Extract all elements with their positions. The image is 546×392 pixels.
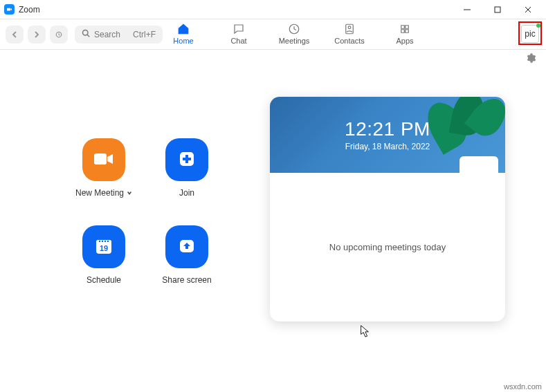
clock-banner: 12:21 PM Friday, 18 March, 2022	[270, 97, 505, 173]
minimize-button[interactable]	[452, 0, 482, 19]
upcoming-body: No upcoming meetings today	[270, 173, 505, 321]
zoom-app-icon	[4, 4, 15, 15]
maximize-button[interactable]	[482, 0, 513, 19]
join-action[interactable]: Join	[145, 138, 228, 198]
chevron-down-icon[interactable]	[127, 188, 132, 198]
svg-point-18	[104, 240, 106, 241]
main-content: New Meeting Join	[0, 69, 546, 378]
clock-date: Friday, 18 March, 2022	[345, 142, 430, 151]
history-button[interactable]	[50, 26, 68, 44]
search-input[interactable]: Search Ctrl+F	[75, 26, 163, 44]
apps-icon	[397, 22, 412, 36]
tab-label: Apps	[396, 37, 413, 45]
video-icon	[93, 151, 114, 169]
clock-time: 12:21 PM	[345, 118, 430, 140]
action-label: Schedule	[87, 275, 121, 285]
settings-button[interactable]	[525, 53, 536, 66]
window-controls	[452, 0, 543, 19]
svg-point-19	[107, 240, 109, 241]
svg-point-16	[99, 240, 100, 241]
window-title: Zoom	[19, 5, 40, 15]
action-label: New Meeting	[75, 188, 124, 198]
svg-line-6	[87, 35, 89, 37]
chat-icon	[231, 22, 246, 36]
close-button[interactable]	[513, 0, 543, 19]
calendar-icon: 19	[93, 235, 115, 259]
tab-label: Contacts	[334, 37, 364, 45]
nav-forward-button[interactable]	[28, 26, 46, 44]
search-icon	[82, 29, 90, 39]
plus-icon	[176, 149, 197, 171]
profile-highlight: pic	[518, 21, 542, 45]
share-screen-tile	[165, 225, 208, 268]
svg-rect-10	[94, 153, 107, 165]
schedule-action[interactable]: 19 Schedule	[62, 225, 145, 285]
empty-meetings-message: No upcoming meetings today	[329, 242, 446, 252]
join-tile	[165, 138, 208, 181]
toolbar: Search Ctrl+F Home Chat Meetings	[0, 19, 546, 50]
status-indicator	[536, 24, 540, 28]
svg-text:19: 19	[100, 244, 108, 252]
share-icon	[176, 236, 197, 259]
tab-label: Meetings	[279, 37, 310, 45]
svg-point-17	[102, 240, 103, 241]
tab-chat[interactable]: Chat	[221, 22, 256, 45]
nav-tabs: Home Chat Meetings Contacts Apps	[166, 19, 422, 50]
home-icon	[176, 22, 191, 36]
tab-label: Home	[173, 37, 193, 45]
svg-point-9	[348, 26, 351, 29]
tab-label: Chat	[230, 37, 246, 45]
schedule-tile: 19	[82, 225, 125, 268]
avatar-label: pic	[525, 29, 535, 39]
tab-home[interactable]: Home	[166, 22, 201, 45]
svg-rect-13	[183, 158, 191, 160]
titlebar: Zoom	[0, 0, 546, 19]
gear-icon	[525, 54, 536, 66]
profile-avatar[interactable]: pic	[521, 25, 539, 43]
upcoming-card: 12:21 PM Friday, 18 March, 2022 No upcom…	[270, 97, 505, 321]
settings-row	[0, 50, 546, 69]
svg-point-5	[83, 30, 89, 36]
new-meeting-tile	[82, 138, 125, 181]
plant-decoration	[429, 97, 505, 181]
action-label: Share screen	[162, 275, 211, 285]
share-screen-action[interactable]: Share screen	[145, 225, 228, 285]
search-placeholder: Search	[94, 30, 120, 39]
contacts-icon	[342, 22, 357, 36]
action-label: Join	[179, 188, 194, 198]
search-shortcut: Ctrl+F	[133, 30, 156, 39]
tab-meetings[interactable]: Meetings	[277, 22, 311, 45]
tab-apps[interactable]: Apps	[388, 22, 422, 45]
action-grid: New Meeting Join	[62, 138, 228, 285]
watermark: wsxdn.com	[504, 382, 542, 391]
svg-rect-1	[495, 7, 500, 12]
clock-icon	[286, 22, 302, 36]
new-meeting-action[interactable]: New Meeting	[62, 138, 145, 198]
nav-back-button[interactable]	[6, 26, 24, 44]
tab-contacts[interactable]: Contacts	[332, 22, 367, 45]
svg-rect-15	[96, 240, 111, 243]
